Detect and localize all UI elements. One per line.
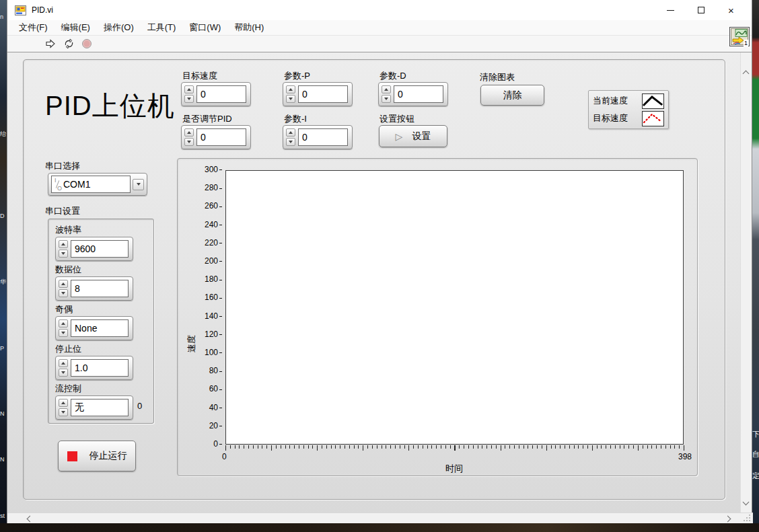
abort-stop-icon[interactable]	[81, 38, 93, 50]
data-bits-field[interactable]: 8	[71, 280, 129, 297]
stop-run-button[interactable]: 停止运行	[58, 441, 136, 471]
menu-file[interactable]: 文件(F)	[12, 22, 55, 34]
param-i-control[interactable]: 0	[283, 125, 353, 149]
param-i-field[interactable]: 0	[298, 128, 348, 146]
resize-grip[interactable]	[749, 520, 750, 521]
legend-current-speed-line-icon[interactable]	[642, 93, 664, 109]
horizontal-scrollbar[interactable]	[7, 512, 753, 523]
minimize-button[interactable]	[655, 0, 686, 20]
title-bar[interactable]: PID.vi ×	[7, 0, 752, 20]
scroll-down-icon[interactable]	[743, 499, 750, 506]
target-speed-field[interactable]: 0	[196, 85, 246, 103]
desktop-icon-label-fragment: N	[0, 410, 5, 417]
decrement-icon[interactable]	[286, 138, 295, 146]
target-speed-control[interactable]: 0	[181, 82, 251, 106]
scroll-left-icon[interactable]	[27, 516, 34, 523]
menu-edit[interactable]: 编辑(E)	[55, 22, 97, 34]
serial-port-value: COM1	[63, 179, 90, 190]
data-bits-control[interactable]: 8	[55, 276, 133, 301]
decrement-icon[interactable]	[184, 95, 194, 103]
increment-icon[interactable]	[286, 85, 295, 93]
flow-control-control[interactable]: 无	[55, 395, 133, 420]
param-d-field[interactable]: 0	[394, 85, 443, 103]
increment-icon[interactable]	[59, 319, 68, 328]
decrement-icon[interactable]	[286, 95, 295, 103]
param-p-field[interactable]: 0	[298, 85, 348, 103]
spinner[interactable]	[59, 240, 68, 258]
menu-help[interactable]: 帮助(H)	[227, 22, 270, 34]
maximize-button[interactable]	[686, 0, 716, 20]
increment-icon[interactable]	[59, 359, 68, 367]
scroll-right-icon[interactable]	[725, 516, 731, 523]
increment-icon[interactable]	[59, 399, 68, 407]
baud-rate-label: 波特率	[55, 224, 81, 236]
y-tick-label: 140	[178, 311, 222, 321]
spinner[interactable]	[184, 85, 194, 103]
decrement-icon[interactable]	[59, 329, 68, 337]
desktop-icon-label-fragment: P	[0, 345, 4, 352]
legend-row-current-speed[interactable]: 当前速度	[593, 93, 664, 109]
serial-port-combo[interactable]: IO COM1	[48, 173, 147, 196]
serial-port-field[interactable]: IO COM1	[51, 176, 131, 193]
close-button[interactable]: ×	[716, 0, 746, 20]
spinner[interactable]	[59, 399, 68, 416]
menu-window[interactable]: 窗口(W)	[182, 22, 227, 34]
decrement-icon[interactable]	[184, 138, 194, 146]
waveform-chart[interactable]: 0204060801001201401601802002202402602803…	[177, 158, 698, 476]
clear-chart-label: 清除图表	[480, 71, 515, 83]
stop-bits-field[interactable]: 1.0	[71, 359, 129, 377]
decrement-icon[interactable]	[59, 408, 68, 416]
increment-icon[interactable]	[59, 240, 68, 248]
dropdown-arrow-icon[interactable]	[133, 179, 144, 190]
menu-tools[interactable]: 工具(T)	[141, 22, 183, 34]
spinner[interactable]	[286, 85, 295, 103]
flow-control-indicator: 0	[137, 401, 142, 411]
baud-rate-control[interactable]: 9600	[55, 237, 133, 261]
menu-operate[interactable]: 操作(O)	[97, 22, 141, 34]
stop-bits-control[interactable]: 1.0	[55, 356, 133, 380]
param-d-control[interactable]: 0	[378, 82, 448, 106]
param-p-label: 参数-P	[284, 70, 310, 82]
legend-target-speed-line-icon[interactable]	[642, 111, 664, 126]
run-arrow-icon[interactable]	[44, 38, 57, 50]
param-p-control[interactable]: 0	[283, 82, 353, 106]
clear-button[interactable]: 清除	[480, 85, 544, 106]
increment-icon[interactable]	[382, 85, 391, 93]
plot-area[interactable]	[225, 170, 684, 445]
decrement-icon[interactable]	[59, 250, 68, 258]
vertical-scrollbar[interactable]	[740, 52, 752, 512]
pid-enable-field[interactable]: 0	[196, 128, 246, 146]
y-axis-tick-labels: 0204060801001201401601802002202402602803…	[178, 159, 222, 477]
spinner[interactable]	[286, 128, 295, 146]
increment-icon[interactable]	[59, 280, 68, 288]
decrement-icon[interactable]	[382, 95, 391, 103]
chart-legend[interactable]: 当前速度 目标速度	[588, 90, 669, 129]
legend-row-target-speed[interactable]: 目标速度	[593, 111, 664, 126]
ok-triangle-icon: ▷	[396, 131, 403, 142]
increment-icon[interactable]	[286, 128, 295, 137]
spinner[interactable]	[59, 319, 68, 337]
set-button[interactable]: ▷ 设置	[379, 125, 447, 147]
decrement-icon[interactable]	[59, 289, 68, 297]
parity-control[interactable]: None	[55, 316, 133, 340]
decrement-icon[interactable]	[59, 369, 68, 377]
parity-field[interactable]: None	[71, 319, 129, 337]
increment-icon[interactable]	[184, 85, 194, 93]
front-panel: PID上位机 目标速度 0 参数-P 0 参数-D	[7, 52, 741, 512]
y-tick-label: 40	[178, 403, 222, 413]
spinner[interactable]	[382, 85, 391, 103]
flow-control-field[interactable]: 无	[71, 399, 129, 416]
spinner[interactable]	[59, 280, 68, 297]
increment-icon[interactable]	[184, 128, 194, 137]
y-tick-label: 60	[178, 384, 222, 394]
scroll-up-icon[interactable]	[743, 71, 750, 77]
desktop-bottom-strip	[0, 523, 759, 532]
x-axis-label: 时间	[400, 463, 508, 475]
stop-square-icon	[67, 451, 77, 461]
run-continuous-icon[interactable]	[63, 38, 75, 50]
series-plot-layer	[226, 171, 683, 444]
spinner[interactable]	[59, 359, 68, 377]
pid-enable-control[interactable]: 0	[181, 125, 251, 149]
spinner[interactable]	[184, 128, 194, 146]
baud-rate-field[interactable]: 9600	[71, 240, 129, 258]
